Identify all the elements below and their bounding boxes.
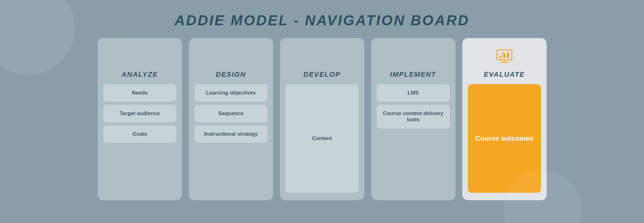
svg-line-7	[134, 50, 135, 52]
svg-point-13	[230, 53, 232, 55]
svg-line-8	[145, 61, 146, 62]
design-item-sequence[interactable]: Sequence	[194, 105, 268, 122]
svg-point-2	[139, 55, 141, 57]
develop-item-content[interactable]: Content	[286, 84, 359, 193]
analyze-item-goals[interactable]: Goals	[103, 125, 176, 143]
design-item-objectives[interactable]: Learning objectives	[194, 84, 268, 102]
analyze-item-needs[interactable]: Needs	[103, 84, 176, 102]
svg-point-11	[224, 51, 238, 62]
column-implement: IMPLEMENT LMS Course content delivery to…	[371, 38, 455, 200]
evaluate-icon	[493, 45, 516, 67]
develop-items: Content	[286, 84, 359, 193]
svg-point-17	[237, 48, 239, 51]
analyze-title: ANALYZE	[121, 70, 158, 79]
evaluate-highlight-item[interactable]: Course outcomes	[468, 84, 541, 193]
svg-line-10	[134, 61, 135, 62]
columns-container: ANALYZE Needs Target audience Goals DESI…	[79, 38, 565, 200]
develop-icon	[311, 45, 333, 67]
svg-rect-31	[499, 56, 502, 58]
develop-title: DEVELOP	[303, 70, 341, 79]
implement-item-lms[interactable]: LMS	[377, 84, 450, 102]
svg-point-14	[233, 55, 234, 56]
design-item-strategy[interactable]: Instructional strategy	[194, 125, 268, 143]
svg-point-15	[232, 57, 234, 59]
column-develop: DEVELOP Content	[280, 38, 364, 200]
svg-rect-33	[507, 52, 509, 58]
svg-line-21	[321, 52, 323, 57]
evaluate-title: EVALUATE	[484, 70, 525, 79]
implement-title: IMPLEMENT	[390, 70, 436, 79]
design-title: DESIGN	[216, 70, 246, 79]
column-analyze: ANALYZE Needs Target audience Goals	[98, 38, 182, 200]
implement-item-delivery[interactable]: Course content delivery tools	[377, 105, 450, 128]
analyze-icon	[129, 45, 151, 67]
analyze-item-target[interactable]: Target audience	[103, 105, 176, 122]
column-design: DESIGN Learning objectives Sequence Inst…	[189, 38, 273, 200]
column-evaluate: EVALUATE Course outcomes	[462, 38, 547, 200]
implement-icon	[402, 45, 425, 67]
svg-line-9	[145, 50, 146, 52]
page-title: ADDIE MODEL - NAVIGATION BOARD	[175, 12, 469, 29]
svg-point-12	[228, 55, 229, 56]
design-icon	[220, 45, 242, 67]
